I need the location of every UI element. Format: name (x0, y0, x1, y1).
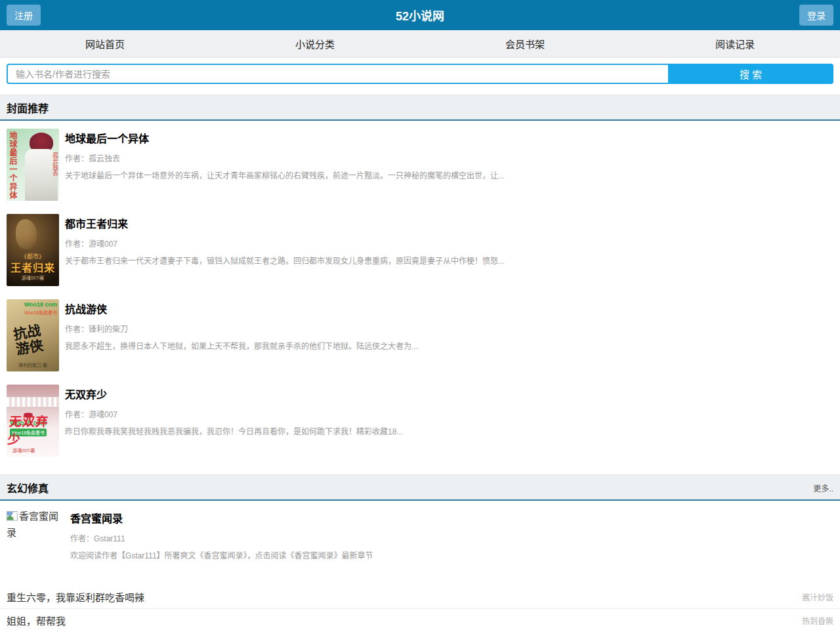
book-title[interactable]: 香宫蜜闻录 (70, 510, 373, 526)
cover-title-text: 地球最后一个异体 (9, 131, 16, 200)
more-link[interactable]: 更多.. (813, 482, 833, 494)
book-item[interactable]: Woo18 com Woo18免费看书 抗战游侠 锋利的柴刀 著 抗战游侠 作者… (0, 291, 840, 377)
nav-item-bookshelf[interactable]: 会员书架 (420, 37, 630, 51)
book-author: 作者：Gstar111 (70, 532, 373, 543)
ranking-item[interactable]: 姐姐，帮帮我 热到昏厥 (0, 609, 840, 630)
ranking-title[interactable]: 姐姐，帮帮我 (7, 614, 66, 627)
book-title[interactable]: 抗战游侠 (65, 301, 418, 316)
cover-site-text: Woo18 com (24, 301, 57, 308)
book-author: 作者：游魂007 (65, 408, 403, 419)
book-info: 都市王者归来 作者：游魂007 关于都市王者归来一代天才遭妻子下毒，锒铛入狱成就… (65, 214, 505, 286)
section-cover-recommend-header: 封面推荐 (0, 94, 840, 121)
book-info: 地球最后一个异体 作者：孤云独去 关于地球最后一个异体一场意外的车祸，让天才青年… (65, 129, 505, 201)
ranking-title[interactable]: 重生六零，我靠返利群吃香喝辣 (7, 590, 144, 604)
cover-site-slogan-text: Woo18免费看书 (24, 309, 57, 316)
cover-title-text: 抗战游侠 (12, 322, 49, 357)
ranking-author: 热到昏厥 (802, 615, 833, 626)
broken-image-icon (7, 510, 18, 525)
book-item[interactable]: 地球最后一个异体 孤云独去 地球最后一个异体 作者：孤云独去 关于地球最后一个异… (0, 121, 840, 206)
cover-author-text: 游魂007/著 (7, 274, 59, 281)
book-title[interactable]: 无双弃少 (65, 386, 403, 402)
register-button[interactable]: 注册 (7, 5, 41, 26)
book-desc: 我愿永不超生，换得日本人下地狱，如果上天不帮我，那我就亲手杀的他们下地狱。陆远侠… (65, 340, 418, 351)
book-author: 作者：孤云独去 (65, 152, 505, 163)
book-author: 作者：游魂007 (65, 238, 505, 249)
login-button[interactable]: 登录 (799, 5, 833, 26)
book-info: 无双弃少 作者：游魂007 昨日你欺我辱我笑我轻我贱我恶我骗我，我忍你！今日再且… (65, 385, 403, 457)
search-bar: 搜 索 (7, 64, 833, 84)
book-item[interactable]: 《都市》 王者归来 游魂007/著 都市王者归来 作者：游魂007 关于都市王者… (0, 206, 840, 291)
book-author: 作者：锋利的柴刀 (65, 323, 418, 334)
cover-author-text: 锋利的柴刀 著 (7, 362, 59, 368)
book-title[interactable]: 都市王者归来 (65, 215, 505, 231)
nav-item-history[interactable]: 阅读记录 (630, 37, 840, 51)
top-header: 注册 52小说网 登录 (0, 0, 840, 30)
book-desc: 关于都市王者归来一代天才遭妻子下毒，锒铛入狱成就王者之路。回归都市发现女儿身患重… (65, 255, 505, 266)
ranking-author: 酱汁妙饭 (802, 591, 833, 602)
ranking-list: 重生六零，我靠返利群吃香喝辣 酱汁妙饭 姐姐，帮帮我 热到昏厥 情花孽 老鸦奇遇… (0, 585, 840, 630)
cover-title-text: 无双弃少 (7, 411, 59, 447)
section-xuanhuan-header: 玄幻修真 更多.. (0, 474, 840, 501)
book-cover-broken-image[interactable]: 香宫蜜闻录 (7, 509, 64, 560)
site-title: 52小说网 (396, 7, 444, 24)
main-nav: 网站首页 小说分类 会员书架 阅读记录 (0, 30, 840, 58)
ranking-item[interactable]: 重生六零，我靠返利群吃香喝辣 酱汁妙饭 (0, 585, 840, 609)
book-desc: 关于地球最后一个异体一场意外的车祸，让天才青年画家柳铭心的右臂残疾，前途一片黯淡… (65, 169, 505, 180)
book-item[interactable]: Woo18.com Woo18免费看书 无双弃少 游魂007/著 无双弃少 作者… (0, 377, 840, 462)
book-cover[interactable]: 地球最后一个异体 孤云独去 (7, 129, 59, 201)
book-desc: 欢迎阅读作者【Gstar111】所著爽文《香宫蜜闻录》，点击阅读《香宫蜜闻录》最… (70, 549, 373, 560)
book-cover[interactable]: 《都市》 王者归来 游魂007/著 (7, 214, 59, 286)
section-title-xuanhuan: 玄幻修真 (7, 480, 49, 495)
cover-title-text: 王者归来 (7, 259, 59, 275)
book-cover[interactable]: Woo18.com Woo18免费看书 无双弃少 游魂007/著 (7, 385, 59, 457)
book-info: 抗战游侠 作者：锋利的柴刀 我愿永不超生，换得日本人下地狱，如果上天不帮我，那我… (65, 299, 418, 371)
section-title-cover-recommend: 封面推荐 (7, 100, 49, 116)
cover-recommend-list: 地球最后一个异体 孤云独去 地球最后一个异体 作者：孤云独去 关于地球最后一个异… (0, 121, 840, 462)
book-info: 香宫蜜闻录 作者：Gstar111 欢迎阅读作者【Gstar111】所著爽文《香… (70, 509, 373, 560)
book-desc: 昨日你欺我辱我笑我轻我贱我恶我骗我，我忍你！今日再且看你，是如何跪下求我！精彩收… (65, 425, 403, 436)
book-title[interactable]: 地球最后一个异体 (65, 130, 505, 146)
book-item[interactable]: 香宫蜜闻录 香宫蜜闻录 作者：Gstar111 欢迎阅读作者【Gstar111】… (0, 501, 840, 566)
cover-author-text: 孤云独去 (52, 152, 58, 176)
cover-author-text: 游魂007/著 (12, 447, 35, 453)
book-cover[interactable]: Woo18 com Woo18免费看书 抗战游侠 锋利的柴刀 著 (7, 299, 59, 371)
nav-item-home[interactable]: 网站首页 (0, 37, 210, 51)
nav-item-categories[interactable]: 小说分类 (210, 37, 420, 51)
search-input[interactable] (7, 64, 668, 84)
search-button[interactable]: 搜 索 (668, 64, 833, 84)
page: 注册 52小说网 登录 网站首页 小说分类 会员书架 阅读记录 搜 索 封面推荐… (0, 0, 840, 630)
